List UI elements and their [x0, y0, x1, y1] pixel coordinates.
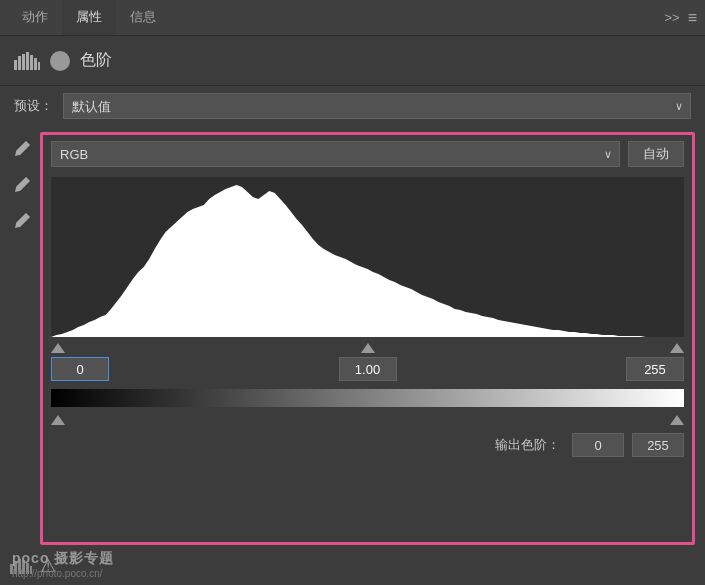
svg-rect-0	[14, 60, 17, 70]
histogram-area	[51, 177, 684, 337]
white-point-handle[interactable]	[670, 343, 684, 353]
title-row: 色阶	[0, 36, 705, 86]
tab-actions[interactable]: 动作	[8, 0, 62, 35]
midtone-handle[interactable]	[361, 343, 375, 353]
output-black-input[interactable]	[572, 433, 624, 457]
panel-title: 色阶	[80, 50, 112, 71]
channel-row: RGB 红 绿 蓝 自动	[43, 135, 692, 173]
tab-bar: 动作 属性 信息 >> ≡	[0, 0, 705, 36]
channel-select[interactable]: RGB 红 绿 蓝	[51, 141, 620, 167]
histogram-icon	[14, 51, 40, 71]
preset-select[interactable]: 默认值 增加对比度1 增加对比度2 较亮 较暗	[63, 93, 691, 119]
input-values-row	[43, 353, 692, 385]
svg-rect-2	[22, 54, 25, 70]
svg-rect-6	[38, 62, 40, 70]
preset-select-wrap: 默认值 增加对比度1 增加对比度2 较亮 较暗	[63, 93, 691, 119]
output-white-input[interactable]	[632, 433, 684, 457]
svg-rect-4	[30, 55, 33, 70]
menu-icon[interactable]: ≡	[688, 9, 697, 27]
output-label: 输出色阶：	[495, 436, 560, 454]
eyedropper-highlight-tool[interactable]	[11, 210, 33, 232]
input-slider-row	[51, 337, 684, 353]
eyedropper-shadow-tool[interactable]	[11, 138, 33, 160]
main-content: RGB 红 绿 蓝 自动	[0, 126, 705, 551]
output-white-handle[interactable]	[670, 415, 684, 425]
watermark: poco 摄影专题 http://photo.poco.cn/	[12, 550, 114, 579]
auto-button[interactable]: 自动	[628, 141, 684, 167]
black-point-input[interactable]	[51, 357, 109, 381]
tab-extras: >> ≡	[664, 9, 697, 27]
output-slider-row	[51, 409, 684, 425]
preset-label: 预设：	[14, 97, 53, 115]
left-tools	[10, 132, 40, 545]
black-point-handle[interactable]	[51, 343, 65, 353]
preset-row: 预设： 默认值 增加对比度1 增加对比度2 较亮 较暗	[0, 86, 705, 126]
eyedropper-midtone-tool[interactable]	[11, 174, 33, 196]
svg-rect-3	[26, 52, 29, 70]
histogram-svg	[51, 177, 684, 337]
tab-properties[interactable]: 属性	[62, 0, 116, 35]
levels-panel: RGB 红 绿 蓝 自动	[40, 132, 695, 545]
gradient-bar	[51, 389, 684, 407]
chevron-icon[interactable]: >>	[664, 10, 679, 25]
watermark-logo: poco 摄影专题	[12, 550, 114, 568]
white-point-input[interactable]	[626, 357, 684, 381]
footer-area: ⚠ poco 摄影专题 http://photo.poco.cn/	[0, 551, 705, 585]
watermark-url: http://photo.poco.cn/	[12, 568, 114, 579]
panel: 动作 属性 信息 >> ≡ 色阶 预设： 默认值 增加对比度1	[0, 0, 705, 585]
svg-rect-1	[18, 56, 21, 70]
output-black-handle[interactable]	[51, 415, 65, 425]
svg-rect-5	[34, 58, 37, 70]
channel-select-wrap: RGB 红 绿 蓝	[51, 141, 620, 167]
midtone-input[interactable]	[339, 357, 397, 381]
output-row: 输出色阶：	[43, 425, 692, 467]
tab-info[interactable]: 信息	[116, 0, 170, 35]
gradient-row	[43, 387, 692, 409]
adjustment-layer-icon	[50, 51, 70, 71]
